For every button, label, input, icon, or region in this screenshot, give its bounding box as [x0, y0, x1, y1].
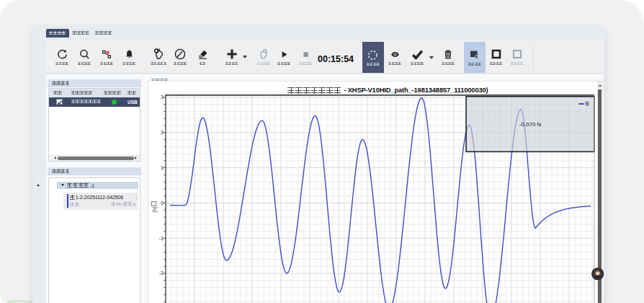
svg-text:2: 2 [161, 130, 164, 135]
svg-text:0: 0 [161, 201, 164, 206]
svg-text:[N]: [N] [152, 206, 158, 212]
svg-text:-2: -2 [159, 271, 164, 276]
svg-text:1: 1 [161, 165, 164, 170]
svg-text:-0.070 N: -0.070 N [519, 121, 542, 128]
svg-text:-1: -1 [159, 236, 164, 241]
svg-text:3: 3 [161, 95, 164, 100]
